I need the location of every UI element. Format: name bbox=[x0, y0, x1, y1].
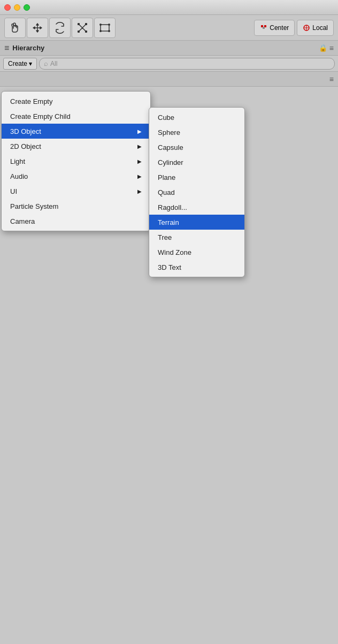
menu-item-wind-zone[interactable]: Wind Zone bbox=[149, 245, 244, 260]
tree-label: Tree bbox=[158, 233, 172, 241]
tool-group bbox=[4, 18, 116, 38]
particle-system-label: Particle System bbox=[10, 202, 58, 210]
menu-item-cylinder[interactable]: Cylinder bbox=[149, 155, 244, 170]
settings-icon[interactable]: ≡ bbox=[329, 44, 334, 52]
svg-point-8 bbox=[108, 30, 110, 32]
menu-item-ragdoll[interactable]: Ragdoll... bbox=[149, 200, 244, 215]
scale-tool-button[interactable] bbox=[72, 18, 93, 38]
search-placeholder: All bbox=[50, 60, 57, 67]
hamburger-icon: ≡ bbox=[4, 43, 9, 53]
menu-item-cube[interactable]: Cube bbox=[149, 110, 244, 125]
terrain-label: Terrain bbox=[158, 218, 179, 226]
capsule-label: Capsule bbox=[158, 143, 183, 151]
audio-label: Audio bbox=[10, 172, 28, 180]
lock-icon[interactable]: 🔒 bbox=[319, 44, 327, 52]
toolbar-right: Center Local bbox=[254, 20, 334, 36]
svg-point-5 bbox=[99, 24, 102, 26]
menu-item-camera[interactable]: Camera bbox=[2, 214, 150, 229]
menu-item-audio[interactable]: Audio ▶ bbox=[2, 169, 150, 184]
local-button[interactable]: Local bbox=[297, 20, 334, 36]
svg-rect-2 bbox=[85, 31, 87, 33]
menu-item-tree[interactable]: Tree bbox=[149, 230, 244, 245]
create-dropdown-button[interactable]: Create ▾ bbox=[3, 58, 37, 70]
center-button[interactable]: Center bbox=[254, 20, 295, 36]
rotate-tool-button[interactable] bbox=[49, 18, 71, 38]
rect-tool-button[interactable] bbox=[94, 18, 116, 38]
maximize-button[interactable] bbox=[24, 4, 30, 11]
hierarchy-title: Hierarchy bbox=[12, 44, 44, 52]
plane-label: Plane bbox=[158, 173, 175, 181]
menu-item-plane[interactable]: Plane bbox=[149, 170, 244, 185]
center-label: Center bbox=[270, 24, 289, 32]
ui-label: UI bbox=[10, 187, 17, 195]
menu-item-2d-object[interactable]: 2D Object ▶ bbox=[2, 139, 150, 154]
primary-menu: Create Empty Create Empty Child 3D Objec… bbox=[1, 91, 151, 231]
move-tool-button[interactable] bbox=[27, 18, 48, 38]
2d-object-label: 2D Object bbox=[10, 142, 41, 150]
panel-content: ≡ Create Empty Create Empty Child 3D Obj… bbox=[0, 72, 338, 382]
create-label: Create bbox=[8, 60, 27, 67]
3d-text-label: 3D Text bbox=[158, 263, 181, 271]
close-button[interactable] bbox=[4, 4, 11, 11]
menu-item-3d-text[interactable]: 3D Text bbox=[149, 260, 244, 275]
wind-zone-label: Wind Zone bbox=[158, 248, 191, 256]
menu-item-3d-object[interactable]: 3D Object ▶ bbox=[2, 124, 150, 139]
local-label: Local bbox=[312, 24, 328, 32]
svg-rect-0 bbox=[78, 23, 80, 25]
title-bar bbox=[0, 0, 338, 15]
menu-item-capsule[interactable]: Capsule bbox=[149, 140, 244, 155]
hierarchy-header: ≡ Hierarchy 🔒 ≡ bbox=[0, 41, 338, 56]
menu-item-particle-system[interactable]: Particle System bbox=[2, 199, 150, 214]
camera-label: Camera bbox=[10, 217, 35, 225]
ragdoll-label: Ragdoll... bbox=[158, 203, 187, 211]
svg-rect-11 bbox=[263, 27, 265, 29]
cylinder-label: Cylinder bbox=[158, 158, 183, 166]
hand-tool-button[interactable] bbox=[4, 18, 26, 38]
3d-object-label: 3D Object bbox=[10, 127, 41, 135]
menu-item-light[interactable]: Light ▶ bbox=[2, 154, 150, 169]
search-icon: ⌕ bbox=[44, 59, 48, 67]
create-empty-child-label: Create Empty Child bbox=[10, 112, 71, 120]
svg-point-6 bbox=[108, 24, 110, 26]
light-label: Light bbox=[10, 157, 25, 165]
menu-item-create-empty-child[interactable]: Create Empty Child bbox=[2, 109, 150, 124]
svg-rect-4 bbox=[101, 25, 109, 31]
audio-arrow: ▶ bbox=[137, 173, 142, 179]
secondary-menu: Cube Sphere Capsule Cylinder Plane Quad … bbox=[149, 107, 245, 277]
3d-object-arrow: ▶ bbox=[137, 128, 142, 134]
menu-item-quad[interactable]: Quad bbox=[149, 185, 244, 200]
svg-rect-3 bbox=[78, 31, 80, 33]
2d-object-arrow: ▶ bbox=[137, 143, 142, 149]
toolbar: Center Local bbox=[0, 15, 338, 41]
light-arrow: ▶ bbox=[137, 158, 142, 164]
menu-item-terrain[interactable]: Terrain bbox=[149, 215, 244, 230]
cube-label: Cube bbox=[158, 113, 174, 122]
quad-label: Quad bbox=[158, 188, 175, 196]
hierarchy-toolbar: Create ▾ ⌕ All bbox=[0, 56, 338, 72]
minimize-button[interactable] bbox=[14, 4, 20, 11]
menu-item-create-empty[interactable]: Create Empty bbox=[2, 94, 150, 109]
create-empty-label: Create Empty bbox=[10, 97, 52, 105]
panel-settings-icon[interactable]: ≡ bbox=[329, 75, 334, 84]
window-controls bbox=[4, 4, 30, 11]
create-arrow: ▾ bbox=[29, 60, 32, 67]
menu-item-ui[interactable]: UI ▶ bbox=[2, 184, 150, 199]
svg-point-7 bbox=[99, 30, 102, 32]
panel-header-row: ≡ bbox=[0, 72, 338, 87]
ui-arrow: ▶ bbox=[137, 188, 142, 194]
sphere-label: Sphere bbox=[158, 128, 180, 137]
search-box[interactable]: ⌕ All bbox=[39, 58, 335, 70]
menu-item-sphere[interactable]: Sphere bbox=[149, 125, 244, 140]
svg-rect-1 bbox=[85, 23, 87, 25]
